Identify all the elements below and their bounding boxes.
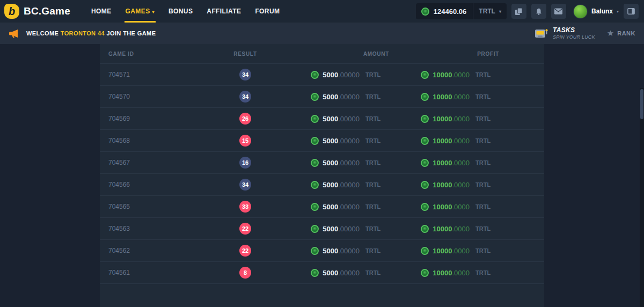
amount-int: 5000 <box>323 247 338 255</box>
header-amount: AMOUNT <box>261 51 389 57</box>
amount-currency: TRTL <box>360 93 389 100</box>
row-game-id: 704568 <box>108 137 229 144</box>
coin-icon <box>421 269 429 277</box>
nav-item[interactable]: HOME <box>91 0 112 23</box>
envelope-icon <box>554 8 562 14</box>
nav-item[interactable]: AFFILIATE <box>207 0 241 23</box>
balance-box[interactable]: 124460.06 TRTL ▾ <box>416 3 507 19</box>
amount-value: 5000.00000 <box>323 269 360 277</box>
coin-icon <box>421 115 429 123</box>
amount-currency: TRTL <box>360 247 389 254</box>
table-row[interactable]: 704561 8 5000.00000 TRTL 10000.0000 TRTL <box>100 262 544 284</box>
profit-value: 10000.0000 <box>433 71 470 79</box>
brand-logo[interactable]: b BC.Game <box>4 4 70 19</box>
profit-int: 10000 <box>433 137 452 145</box>
coin-icon <box>421 159 429 167</box>
amount-value: 5000.00000 <box>323 137 360 145</box>
table-row[interactable]: 704570 34 5000.00000 TRTL 10000.0000 TRT… <box>100 86 544 108</box>
amount-frac: .00000 <box>338 71 360 79</box>
coin-icon <box>311 115 319 123</box>
nav-item[interactable]: BONUS <box>169 0 193 23</box>
result-badge: 22 <box>239 223 251 235</box>
tasks-title: TASKS <box>553 27 595 34</box>
avatar <box>573 4 588 19</box>
profit-currency: TRTL <box>470 181 499 188</box>
profit-currency: TRTL <box>470 203 499 210</box>
amount-value: 5000.00000 <box>323 203 360 211</box>
table-row[interactable]: 704563 22 5000.00000 TRTL 10000.0000 TRT… <box>100 218 544 240</box>
result-badge: 16 <box>239 157 251 169</box>
amount-currency: TRTL <box>360 137 389 144</box>
brand-name: BC.Game <box>24 5 70 17</box>
amount-int: 5000 <box>323 269 338 277</box>
profit-frac: .0000 <box>452 115 470 123</box>
announcement-bar: WELCOME TORONTON 44 JOIN THE GAME TASKS … <box>0 23 644 44</box>
tasks-subtitle: SPIN YOUR LUCK <box>553 34 595 40</box>
notifications-button[interactable] <box>531 4 546 19</box>
stacked-cards-icon <box>515 8 523 16</box>
amount-currency: TRTL <box>360 71 389 78</box>
nav-item-label: BONUS <box>169 8 193 15</box>
header-profit: PROFIT <box>389 51 499 57</box>
coin-icon <box>311 225 319 233</box>
table-row[interactable]: 704566 34 5000.00000 TRTL 10000.0000 TRT… <box>100 174 544 196</box>
row-game-id: 704563 <box>108 225 229 232</box>
amount-currency: TRTL <box>360 269 389 276</box>
amount-frac: .00000 <box>338 203 360 211</box>
welcome-suffix: JOIN THE GAME <box>106 30 156 36</box>
amount-frac: .00000 <box>338 115 360 123</box>
amount-currency: TRTL <box>360 115 389 122</box>
user-menu[interactable]: Balunx ▾ <box>573 4 619 19</box>
chevron-down-icon: ▾ <box>152 10 155 14</box>
row-game-id: 704567 <box>108 159 229 166</box>
table-row[interactable]: 704569 26 5000.00000 TRTL 10000.0000 TRT… <box>100 108 544 130</box>
profit-frac: .0000 <box>452 93 470 101</box>
profit-int: 10000 <box>433 93 452 101</box>
nav-item[interactable]: GAMES ▾ <box>126 0 155 23</box>
row-game-id: 704570 <box>108 93 229 100</box>
username: Balunx <box>591 8 613 15</box>
row-game-id: 704569 <box>108 115 229 122</box>
amount-frac: .00000 <box>338 181 360 189</box>
rank-widget[interactable]: ★ RANK <box>607 29 635 37</box>
header-result: RESULT <box>229 51 261 57</box>
wallet-button[interactable] <box>511 4 526 19</box>
profit-currency: TRTL <box>470 71 499 78</box>
coin-icon <box>421 203 429 211</box>
coin-icon <box>311 71 319 79</box>
scrollbar-thumb[interactable] <box>640 89 643 119</box>
messages-button[interactable] <box>551 4 566 19</box>
header-game-id: GAME ID <box>108 51 229 57</box>
table-row[interactable]: 704571 34 5000.00000 TRTL 10000.0000 TRT… <box>100 64 544 86</box>
amount-int: 5000 <box>323 159 338 167</box>
amount-value: 5000.00000 <box>323 247 360 255</box>
currency-select[interactable]: TRTL ▾ <box>473 3 507 19</box>
amount-currency: TRTL <box>360 225 389 232</box>
nav-item[interactable]: FORUM <box>255 0 280 23</box>
row-game-id: 704565 <box>108 203 229 210</box>
side-panel-button[interactable] <box>624 4 639 19</box>
table-row[interactable]: 704568 15 5000.00000 TRTL 10000.0000 TRT… <box>100 130 544 152</box>
amount-frac: .00000 <box>338 159 360 167</box>
amount-int: 5000 <box>323 115 338 123</box>
coin-icon <box>421 93 429 101</box>
main-content: GAME ID RESULT AMOUNT PROFIT 704571 34 5… <box>0 44 644 307</box>
tasks-widget[interactable]: TASKS SPIN YOUR LUCK <box>535 27 595 40</box>
table-row[interactable]: 704562 22 5000.00000 TRTL 10000.0000 TRT… <box>100 240 544 262</box>
nav-item-label: AFFILIATE <box>207 8 241 15</box>
table-row[interactable]: 704567 16 5000.00000 TRTL 10000.0000 TRT… <box>100 152 544 174</box>
amount-frac: .00000 <box>338 93 360 101</box>
coin-icon <box>421 137 429 145</box>
amount-value: 5000.00000 <box>323 181 360 189</box>
profit-frac: .0000 <box>452 71 470 79</box>
scrollbar-track[interactable] <box>640 88 644 307</box>
amount-int: 5000 <box>323 203 338 211</box>
amount-currency: TRTL <box>360 181 389 188</box>
bcgame-logo-icon: b <box>4 4 19 19</box>
table-row[interactable]: 704565 33 5000.00000 TRTL 10000.0000 TRT… <box>100 196 544 218</box>
logo-letter: b <box>9 6 15 17</box>
amount-frac: .00000 <box>338 269 360 277</box>
banner-right: TASKS SPIN YOUR LUCK ★ RANK <box>535 27 635 40</box>
profit-value: 10000.0000 <box>433 181 470 189</box>
profit-int: 10000 <box>433 247 452 255</box>
